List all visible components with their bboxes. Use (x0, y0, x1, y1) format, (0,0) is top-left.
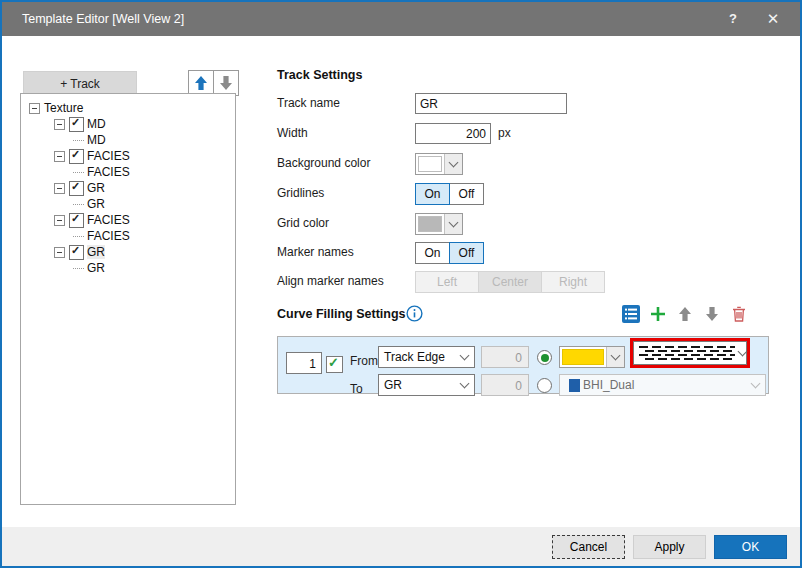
from-label: From (350, 354, 378, 368)
align-center-button[interactable]: Center (478, 271, 542, 293)
trash-icon[interactable] (730, 305, 748, 323)
tree-item-md[interactable]: MD (21, 116, 235, 132)
tree-collapse-icon[interactable] (54, 183, 65, 194)
grid-color-swatch (418, 216, 442, 232)
tree-connector (73, 267, 84, 269)
tree-connector (73, 139, 84, 141)
chevron-down-icon (606, 347, 624, 367)
tree-item-texture[interactable]: Texture (21, 100, 235, 116)
tree-item-label: FACIES (87, 165, 130, 179)
tree-connector (73, 171, 84, 173)
fill-color-radio[interactable] (537, 350, 552, 365)
fill-curve-radio[interactable] (537, 378, 552, 393)
pattern-dropdown[interactable] (633, 341, 747, 365)
tree-item-label: GR (87, 181, 105, 195)
titlebar: Template Editor [Well View 2] ? ✕ (2, 2, 800, 36)
table-icon[interactable] (622, 305, 640, 323)
info-icon[interactable] (406, 305, 423, 326)
track-name-input[interactable] (415, 93, 567, 114)
cancel-button[interactable]: Cancel (552, 535, 625, 559)
marker-names-label: Marker names (277, 245, 354, 259)
track-tree: TextureMDMDFACIESFACIESGRGRFACIESFACIESG… (20, 93, 236, 505)
tree-item-gr[interactable]: GR (21, 260, 235, 276)
tree-item-label: MD (87, 117, 106, 131)
pattern-preview (634, 343, 739, 364)
tree-checkbox[interactable] (69, 149, 84, 164)
track-name-label: Track name (277, 96, 340, 110)
background-color-label: Background color (277, 156, 370, 170)
gridlines-toggle: On Off (415, 183, 484, 205)
apply-button[interactable]: Apply (633, 535, 706, 559)
arrow-down-icon (220, 76, 232, 90)
tree-checkbox[interactable] (69, 245, 84, 260)
row-enabled-checkbox[interactable] (326, 356, 343, 373)
to-label: To (350, 382, 363, 396)
width-unit-label: px (498, 126, 511, 140)
arrow-up-icon[interactable] (676, 305, 694, 323)
curve-name: BHI_Dual (583, 378, 634, 392)
curve-filling-heading: Curve Filling Settings (277, 307, 406, 321)
grid-color-label: Grid color (277, 216, 329, 230)
move-track-up-button[interactable] (189, 71, 213, 95)
tree-connector (73, 235, 84, 237)
window-title: Template Editor [Well View 2] (22, 2, 184, 36)
tree-item-facies[interactable]: FACIES (21, 212, 235, 228)
grid-color-dropdown[interactable] (415, 213, 463, 235)
to-offset-input[interactable]: 0 (481, 374, 529, 396)
fill-color-dropdown[interactable] (559, 346, 625, 368)
tree-collapse-icon[interactable] (54, 119, 65, 130)
arrow-down-icon[interactable] (703, 305, 721, 323)
close-button[interactable]: ✕ (760, 2, 786, 36)
background-color-swatch (418, 156, 442, 172)
tree-item-label: FACIES (87, 213, 130, 227)
ok-button[interactable]: OK (714, 535, 787, 559)
to-dropdown[interactable]: GR (378, 374, 475, 396)
plus-icon[interactable] (649, 305, 667, 323)
tree-item-gr[interactable]: GR (21, 244, 235, 260)
background-color-dropdown[interactable] (415, 153, 463, 175)
chevron-down-icon (738, 347, 748, 357)
chevron-down-icon (460, 379, 470, 389)
curve-filling-toolbar (622, 305, 748, 323)
highlight-box (630, 338, 750, 368)
tree-item-gr[interactable]: GR (21, 180, 235, 196)
track-settings-heading: Track Settings (277, 68, 362, 82)
tree-collapse-icon[interactable] (54, 215, 65, 226)
tree-item-md[interactable]: MD (21, 132, 235, 148)
gridlines-label: Gridlines (277, 186, 324, 200)
tree-checkbox[interactable] (69, 117, 84, 132)
tree-checkbox[interactable] (69, 181, 84, 196)
curve-dropdown[interactable]: BHI_Dual (559, 374, 766, 396)
tree-item-gr[interactable]: GR (21, 196, 235, 212)
curve-filling-row: 1 From To Track Edge 0 (277, 336, 769, 394)
chevron-down-icon (460, 351, 470, 361)
curve-color-swatch (569, 379, 580, 392)
gridlines-on-button[interactable]: On (415, 183, 450, 205)
from-dropdown[interactable]: Track Edge (378, 346, 475, 368)
tree-item-label: GR (87, 245, 105, 259)
align-marker-names-label: Align marker names (277, 274, 384, 288)
marker-names-toggle: On Off (415, 242, 484, 264)
align-right-button[interactable]: Right (541, 271, 605, 293)
tree-collapse-icon[interactable] (54, 247, 65, 258)
tree-collapse-icon[interactable] (29, 103, 40, 114)
tree-item-label: GR (87, 261, 105, 275)
align-left-button[interactable]: Left (415, 271, 479, 293)
width-input[interactable] (415, 123, 491, 144)
tree-collapse-icon[interactable] (54, 151, 65, 162)
from-offset-input[interactable]: 0 (481, 346, 529, 368)
marker-names-on-button[interactable]: On (415, 242, 450, 264)
tree-item-label: MD (87, 133, 106, 147)
tree-item-facies[interactable]: FACIES (21, 148, 235, 164)
tree-item-facies[interactable]: FACIES (21, 228, 235, 244)
tree-checkbox[interactable] (69, 213, 84, 228)
arrow-up-icon (195, 76, 207, 90)
gridlines-off-button[interactable]: Off (449, 183, 484, 205)
marker-names-off-button[interactable]: Off (449, 242, 484, 264)
move-track-down-button[interactable] (213, 71, 238, 95)
align-marker-buttons: Left Center Right (415, 271, 605, 293)
tree-item-facies[interactable]: FACIES (21, 164, 235, 180)
help-button[interactable]: ? (720, 2, 746, 36)
fill-color-swatch (562, 349, 604, 365)
tree-item-label: FACIES (87, 229, 130, 243)
